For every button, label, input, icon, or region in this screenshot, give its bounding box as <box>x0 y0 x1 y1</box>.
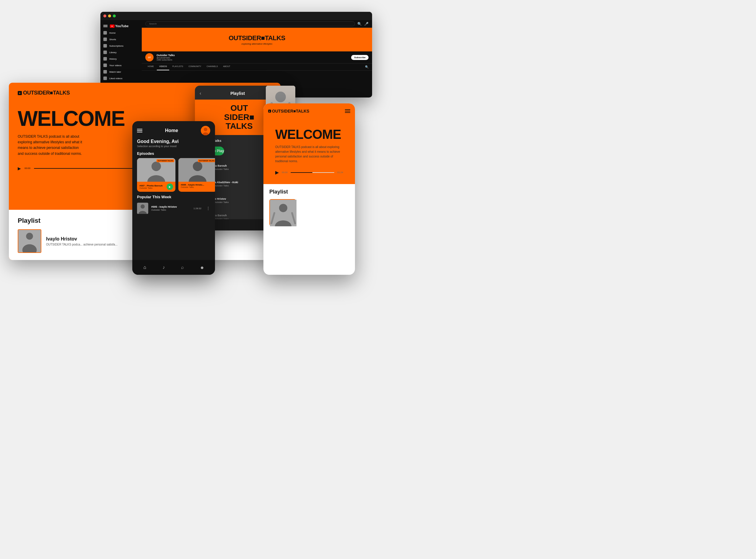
svg-point-9 <box>204 128 207 131</box>
play-button[interactable]: ▶ <box>275 170 279 175</box>
tab-home[interactable]: HOME <box>145 64 156 70</box>
minimize-button[interactable] <box>108 15 111 18</box>
nav-search[interactable]: ⌕ <box>181 265 184 270</box>
time-start: 00:00 <box>24 167 30 170</box>
sidebar-item-liked-videos[interactable]: Liked videos <box>100 75 142 82</box>
close-button[interactable] <box>104 15 106 18</box>
subscribe-button[interactable]: Subscribe <box>351 55 369 60</box>
history-icon <box>104 57 107 61</box>
mobile-navigation: ⌂ ♪ ⌕ ● <box>132 260 215 275</box>
youtube-logo: YouTube <box>110 24 129 28</box>
tab-about[interactable]: ABOUT <box>221 64 233 70</box>
maximize-button[interactable] <box>113 15 116 18</box>
user-avatar[interactable] <box>201 126 210 135</box>
channel-details: Outsider Talks @outsidertalks 1080 subsc… <box>157 54 175 61</box>
logo-box-icon <box>18 91 22 95</box>
episodes-title: Episodes <box>132 148 215 158</box>
episode-title: #007 - Phelia Barouh <box>139 184 163 187</box>
svg-point-1 <box>26 233 33 240</box>
greeting-text: Good Evening, Avi <box>137 139 210 144</box>
nav-music[interactable]: ♪ <box>162 265 165 270</box>
svg-point-18 <box>141 204 145 208</box>
tab-playlists[interactable]: PLAYLISTS <box>170 64 185 70</box>
channel-subscribers: 1080 subscribers <box>157 59 175 61</box>
item-channel: Outsider Talks <box>214 201 229 204</box>
progress-bar[interactable] <box>291 172 334 173</box>
progress-fill <box>291 172 313 173</box>
mobile2-logo: ▶ OUTSIDER■TALKS <box>268 109 309 113</box>
welcome-body: OUTSIDER TALKS podcast is all about expl… <box>18 134 83 157</box>
playlist-item-desc: OUTSIDER TALKS podca... achieve personal… <box>46 243 117 246</box>
sidebar-item-your-videos[interactable]: Your videos <box>100 62 142 69</box>
shorts-icon <box>104 38 107 41</box>
item-info: la Abadzhiev - Koki Outsider Talks <box>214 181 238 187</box>
more-icon[interactable]: ⋮ <box>206 206 210 211</box>
episode-details: #007 - Phelia Barouh Outsider Talks <box>139 184 163 189</box>
youtube-logo-icon <box>110 24 115 28</box>
episode-channel: Outsider Talks <box>181 186 204 188</box>
youtube-search-bar: 🔍 🎤 <box>142 20 372 28</box>
nav-home[interactable]: ⌂ <box>143 265 146 270</box>
mobile2-playlist-item <box>269 199 349 226</box>
liked-videos-icon <box>104 76 107 80</box>
search-icon: ⌕ <box>181 265 184 270</box>
sidebar-item-home[interactable]: Home <box>100 29 142 36</box>
mobile2-welcome-section: WELCOME OUTSIDER TALKS podcast is all ab… <box>264 118 355 184</box>
nav-profile[interactable]: ● <box>200 264 204 271</box>
channel-banner: OUTSIDER■TALKS exploring alternative lif… <box>142 28 372 51</box>
popular-item-channel: Outsider Talks <box>151 208 190 211</box>
menu-icon[interactable] <box>345 109 350 113</box>
play-button[interactable]: ▶ <box>18 166 21 171</box>
item-channel: Outsider Talks <box>214 168 229 171</box>
time-start: 00:00 <box>282 171 288 174</box>
playlist-item-info: Ivaylo Hristov OUTSIDER TALKS podca... a… <box>46 237 117 246</box>
mobile-app: Home Good Evening, Avi Selection accordi… <box>132 121 215 275</box>
item-name: lo Hristov <box>214 197 229 200</box>
sidebar-item-library[interactable]: Library <box>100 49 142 55</box>
popular-item-title: #005 - Ivaylo Hristov <box>151 205 190 208</box>
profile-icon: ● <box>200 264 204 271</box>
item-name: lia Barouh <box>214 164 229 167</box>
search-icon[interactable]: 🔍 <box>365 64 369 70</box>
tab-community[interactable]: COMMUNITY <box>186 64 204 70</box>
back-icon[interactable]: ‹ <box>200 91 201 96</box>
episode-info: #005 - Ivaylo Hristo... Outsider Talks <box>178 182 215 190</box>
mobile2-thumbnail <box>269 199 296 226</box>
sidebar-item-subscriptions[interactable]: Subscriptions <box>100 43 142 49</box>
your-videos-icon <box>104 64 107 67</box>
item-info: lia Barouh Outsider Talks <box>214 164 229 171</box>
episode-card-007[interactable]: OUTSIDER TALKS #007 - Phelia Barouh Outs… <box>137 158 176 192</box>
search-icon[interactable]: 🔍 <box>357 22 362 26</box>
popular-item-duration: 1:28:32 <box>193 207 201 210</box>
svg-point-15 <box>193 162 202 171</box>
episode-play-button[interactable]: ▶ <box>166 183 173 190</box>
episode-card-005[interactable]: OUTSIDER TALKS #005 - Ivaylo Hristo... O… <box>178 158 215 192</box>
sidebar-item-history[interactable]: History <box>100 55 142 62</box>
svg-point-12 <box>152 162 161 171</box>
tab-channels[interactable]: CHANNELS <box>204 64 220 70</box>
tab-videos[interactable]: VIDEOS <box>157 64 169 70</box>
mobile-app-header: Home <box>132 121 215 138</box>
playlist-banner-logo: OUTSIDER■TALKS <box>224 104 254 131</box>
channel-name: Outsider Talks <box>157 54 175 57</box>
sidebar-item-watch-later[interactable]: Watch later <box>100 69 142 75</box>
popular-info: #005 - Ivaylo Hristov Outsider Talks <box>151 205 190 211</box>
mobile2-header: ▶ OUTSIDER■TALKS <box>264 104 355 118</box>
channel-info: OT Outsider Talks @outsidertalks 1080 su… <box>142 51 372 64</box>
sidebar-item-shorts[interactable]: Shorts <box>100 36 142 43</box>
popular-item[interactable]: #005 - Ivaylo Hristov Outsider Talks 1:2… <box>132 201 215 216</box>
mic-icon[interactable]: 🎤 <box>364 22 369 26</box>
popular-thumbnail <box>137 203 148 214</box>
hamburger-menu-icon[interactable] <box>104 25 108 27</box>
svg-point-4 <box>275 92 286 102</box>
mobile2-welcome: WELCOME OUTSIDER TALKS podcast is all ab… <box>269 118 349 166</box>
home-icon <box>104 31 107 35</box>
mobile2-welcome-body: OUTSIDER TALKS podcast is all about expl… <box>275 145 343 164</box>
item-channel: Outsider Talks <box>214 184 238 187</box>
menu-icon[interactable] <box>137 129 142 132</box>
banner-subtitle: exploring alternative lifestyles <box>242 43 273 45</box>
mobile-app2: ▶ OUTSIDER■TALKS WELCOME OUTSIDER TALKS … <box>264 104 355 275</box>
greeting-section: Good Evening, Avi Selection according to… <box>132 138 215 148</box>
popular-title: Popular This Week <box>132 192 215 201</box>
search-input[interactable] <box>145 21 355 26</box>
